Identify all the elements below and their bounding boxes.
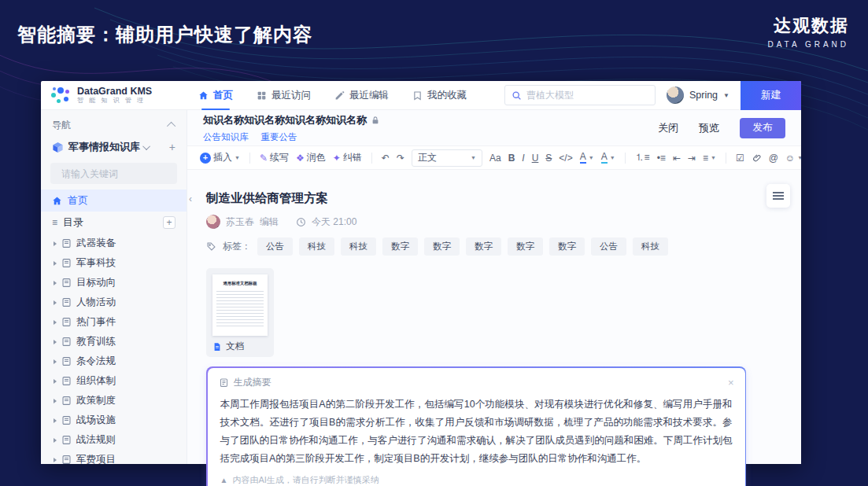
insert-menu-button[interactable]: +插入▼ [200, 151, 240, 164]
chevron-down-icon: ▼ [723, 92, 729, 99]
outdent-button[interactable]: ⇤ [673, 153, 681, 164]
user-menu[interactable]: Spring ▼ [667, 87, 729, 104]
attachment-thumb-lines [216, 291, 264, 327]
emoji-button[interactable]: ☺▼ [785, 153, 801, 164]
ai-polish-button[interactable]: ❖润色 [296, 151, 326, 164]
author-name: 苏玉春 [226, 215, 254, 229]
bold-button[interactable]: B [508, 153, 515, 164]
expand-arrow-icon[interactable] [54, 418, 57, 423]
paragraph-style-select[interactable]: 正文▼ [412, 149, 482, 167]
font-size-button[interactable]: Aa [489, 153, 501, 164]
nav-tab-home[interactable]: 首页 [198, 81, 233, 110]
sidebar-item-battlefield[interactable]: 战场设施 [41, 411, 187, 430]
expand-arrow-icon[interactable] [54, 320, 57, 325]
tag-pill[interactable]: 数字 [508, 237, 543, 256]
collapse-chevron-icon[interactable] [167, 122, 175, 131]
underline-button[interactable]: U [532, 153, 539, 164]
new-button[interactable]: 新建 [741, 81, 801, 110]
close-button[interactable]: 关闭 [658, 121, 678, 135]
publish-button[interactable]: 发布 [740, 118, 785, 138]
app-logo[interactable]: DataGrand KMS 智 能 知 识 管 理 [41, 85, 181, 105]
ai-continue-button[interactable]: ✎续写 [260, 151, 289, 164]
checkbox-button[interactable]: ☑ [736, 153, 744, 164]
italic-button[interactable]: I [522, 153, 524, 164]
sidebar-item-hot-events[interactable]: 热门事件 [41, 312, 187, 332]
warning-icon: ▲ [220, 476, 228, 484]
tag-pill[interactable]: 数字 [549, 237, 585, 256]
tag-pill[interactable]: 科技 [633, 237, 668, 256]
app-title: DataGrand KMS [77, 87, 152, 97]
book-icon [61, 297, 72, 307]
add-knowledge-base-button[interactable]: + [169, 142, 175, 153]
expand-arrow-icon[interactable] [54, 340, 57, 344]
expand-arrow-icon[interactable] [54, 399, 57, 403]
breadcrumb-kb-link[interactable]: 公告知识库 [203, 131, 249, 143]
link-button[interactable] [752, 153, 762, 163]
close-icon[interactable]: × [728, 377, 734, 388]
nav-tab-favorites[interactable]: 我的收藏 [412, 81, 467, 110]
font-color-button[interactable]: A▼ [580, 153, 594, 164]
mention-button[interactable]: @ [769, 153, 778, 164]
expand-arrow-icon[interactable] [54, 281, 57, 285]
ai-correct-button[interactable]: ✦纠错 [333, 151, 362, 164]
expand-arrow-icon[interactable] [54, 458, 57, 462]
summary-text: 本周工作周报包括项目A的第二阶段开发工作，包括编写10个功能模块、对现有模块进行… [208, 391, 745, 472]
tag-pill[interactable]: 科技 [341, 237, 376, 256]
knowledge-base-selector[interactable]: 军事情报知识库 + [41, 135, 187, 159]
undo-button[interactable]: ↶ [382, 153, 390, 164]
chevron-down-icon: ▼ [471, 155, 476, 160]
sidebar-item-policy[interactable]: 政策制度 [41, 391, 187, 411]
tag-pill[interactable]: 数字 [382, 237, 418, 256]
sidebar-item-tactics[interactable]: 战法规则 [41, 430, 187, 450]
sidebar-collapse-handle[interactable]: ‹ [189, 193, 192, 204]
expand-arrow-icon[interactable] [54, 359, 57, 364]
global-search-input[interactable] [526, 90, 648, 101]
sidebar-item-label: 教育训练 [76, 335, 116, 348]
expand-arrow-icon[interactable] [54, 300, 57, 305]
sidebar-item-education[interactable]: 教育训练 [41, 332, 187, 352]
datagrand-logo-icon [50, 85, 71, 105]
sidebar-item-people-activity[interactable]: 人物活动 [41, 293, 187, 312]
plus-circle-icon: + [200, 153, 211, 164]
bullet-list-button[interactable]: •≡ [657, 153, 666, 164]
outline-toggle-button[interactable] [766, 184, 790, 208]
tag-pill[interactable]: 公告 [257, 237, 293, 256]
sidebar-item-weapons[interactable]: 武器装备 [41, 234, 187, 253]
align-button[interactable]: ≡▼ [703, 153, 716, 164]
redo-button[interactable]: ↷ [397, 153, 404, 164]
tag-pill[interactable]: 数字 [424, 237, 460, 256]
indent-button[interactable]: ⇥ [688, 153, 696, 164]
sidebar-item-military-tech[interactable]: 军事科技 [41, 253, 187, 273]
sidebar-search-input[interactable] [61, 168, 183, 179]
strikethrough-button[interactable]: S [545, 153, 552, 164]
attachment-card[interactable]: 通用标准文档标题 文档 [206, 268, 274, 357]
ordered-list-button[interactable]: ⒈≡ [635, 151, 650, 164]
highlight-color-button[interactable]: A▼ [601, 153, 615, 164]
sidebar-item-regulations[interactable]: 条令法规 [41, 352, 187, 371]
expand-arrow-icon[interactable] [54, 261, 57, 266]
add-catalog-button[interactable]: + [163, 216, 175, 229]
sidebar-item-organization[interactable]: 组织体制 [41, 371, 187, 391]
expand-arrow-icon[interactable] [54, 379, 57, 384]
chevron-down-icon [142, 142, 150, 150]
sidebar-item-catalog[interactable]: ≡ 目录 + [41, 212, 187, 234]
doc-header: 知识名称知识名称知识名称知识名称 公告知识库 重要公告 关闭 预览 发布 [187, 110, 801, 145]
sidebar-search[interactable] [50, 163, 177, 184]
code-button[interactable]: </> [559, 153, 572, 164]
expand-arrow-icon[interactable] [54, 438, 57, 443]
sidebar-item-home[interactable]: 首页 [41, 190, 187, 212]
sidebar-item-label: 热门事件 [76, 315, 116, 329]
paperclip-icon [752, 153, 762, 163]
nav-tab-label: 首页 [213, 89, 233, 102]
expand-arrow-icon[interactable] [54, 241, 57, 246]
tag-pill[interactable]: 公告 [591, 237, 626, 256]
nav-tab-recent-edits[interactable]: 最近编辑 [334, 81, 389, 110]
sidebar-item-budget[interactable]: 军费项目 [41, 450, 187, 464]
nav-tab-recent-visits[interactable]: 最近访问 [257, 81, 311, 110]
sidebar-item-target-trends[interactable]: 目标动向 [41, 273, 187, 293]
tag-pill[interactable]: 科技 [299, 237, 334, 256]
breadcrumb-category-link[interactable]: 重要公告 [261, 131, 297, 143]
preview-button[interactable]: 预览 [699, 121, 719, 135]
tag-pill[interactable]: 数字 [466, 237, 501, 256]
global-search[interactable] [504, 85, 656, 105]
